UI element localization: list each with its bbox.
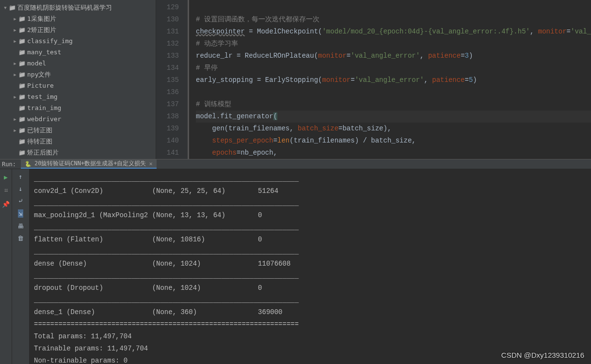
tree-item[interactable]: npy文件 — [0, 69, 156, 80]
folder-icon — [18, 38, 27, 45]
pin-icon[interactable]: 📌 — [2, 200, 10, 208]
chevron-right-icon[interactable] — [12, 128, 18, 133]
folder-icon — [18, 60, 27, 67]
down-icon[interactable]: ↓ — [19, 185, 23, 192]
python-icon — [25, 160, 32, 167]
folder-icon — [18, 16, 27, 22]
tree-item-label: classify_img — [27, 37, 73, 45]
tree-item-label: 1采集图片 — [27, 15, 56, 23]
chevron-right-icon[interactable] — [12, 95, 18, 99]
folder-icon — [18, 71, 27, 78]
run-tool-column-2: ↑ ↓ ⤶ ⇲ 🖶 🗑 — [12, 169, 29, 364]
tree-item[interactable]: 1采集图片 — [0, 13, 156, 24]
tree-item-label: 矫正后图片 — [27, 148, 59, 157]
tree-item-label: webdriver — [27, 115, 61, 123]
folder-icon — [9, 4, 17, 11]
folder-icon — [18, 149, 27, 156]
editor-gutter: 129130131132133134135136137138139140141 — [156, 0, 189, 159]
tree-item[interactable]: 已转正图 — [0, 125, 156, 136]
tree-item[interactable]: 待转正图 — [0, 136, 156, 147]
folder-icon — [18, 138, 27, 145]
chevron-right-icon[interactable] — [12, 72, 18, 77]
tree-item-label: test_img — [27, 93, 58, 100]
trash-icon[interactable]: 🗑 — [17, 235, 24, 242]
run-toolbar: Run: 20旋转验证码CNN+数据生成器+自定义损失 × — [0, 159, 591, 169]
run-tab[interactable]: 20旋转验证码CNN+数据生成器+自定义损失 × — [21, 159, 157, 169]
tree-item[interactable]: test_img — [0, 91, 156, 102]
tree-item[interactable]: model — [0, 58, 156, 69]
chevron-right-icon[interactable] — [12, 16, 18, 21]
chevron-right-icon[interactable] — [12, 117, 18, 122]
tree-item[interactable]: train_img — [0, 102, 156, 113]
debug-icon[interactable]: ⌗ — [2, 187, 10, 194]
close-icon[interactable]: × — [149, 160, 152, 167]
tree-item-label: 已转正图 — [27, 126, 52, 135]
tree-item[interactable]: 2矫正图片 — [0, 24, 156, 35]
tree-item[interactable]: classify_img — [0, 35, 156, 47]
chevron-right-icon[interactable] — [12, 28, 18, 32]
chevron-down-icon[interactable] — [2, 5, 9, 10]
watermark: CSDN @Dxy1239310216 — [501, 351, 584, 359]
tree-item-label: many_test — [27, 48, 61, 56]
folder-icon — [18, 127, 27, 134]
code-editor[interactable]: 129130131132133134135136137138139140141 … — [156, 0, 591, 159]
tree-item[interactable]: webdriver — [0, 113, 156, 125]
tree-item[interactable]: many_test — [0, 47, 156, 58]
project-tree[interactable]: 百度随机阴影旋转验证码机器学习 1采集图片2矫正图片classify_imgma… — [0, 0, 156, 159]
folder-icon — [18, 49, 27, 56]
tree-item-label: 2矫正图片 — [27, 26, 56, 34]
scroll-icon[interactable]: ⇲ — [18, 209, 24, 218]
folder-icon — [18, 116, 27, 123]
chevron-right-icon[interactable] — [12, 39, 18, 44]
folder-icon — [18, 27, 27, 33]
play-icon[interactable]: ▶ — [2, 173, 10, 181]
run-tool-column-left: ▶ ⌗ 📌 — [0, 169, 12, 364]
wrap-icon[interactable]: ⤶ — [18, 197, 23, 205]
tree-item-label: model — [27, 60, 46, 67]
folder-icon — [18, 94, 27, 100]
chevron-right-icon[interactable] — [12, 61, 18, 66]
tree-item-label: npy文件 — [27, 70, 51, 79]
up-icon[interactable]: ↑ — [19, 173, 23, 180]
tree-root-label: 百度随机阴影旋转验证码机器学习 — [17, 3, 112, 12]
tree-item-label: Picture — [27, 82, 54, 89]
run-label: Run: — [0, 161, 21, 168]
console-output[interactable]: ________________________________________… — [29, 169, 591, 364]
tree-root[interactable]: 百度随机阴影旋转验证码机器学习 — [0, 2, 156, 13]
tree-item-label: train_img — [27, 104, 61, 111]
editor-code[interactable]: # 设置回调函数，每一次迭代都保存一次checkpointer = ModelC… — [189, 0, 591, 159]
tree-item[interactable]: Picture — [0, 80, 156, 91]
folder-icon — [18, 105, 27, 111]
tree-item-label: 待转正图 — [27, 137, 52, 146]
folder-icon — [18, 82, 27, 89]
print-icon[interactable]: 🖶 — [17, 222, 24, 230]
tree-item[interactable]: 矫正后图片 — [0, 147, 156, 158]
run-tab-label: 20旋转验证码CNN+数据生成器+自定义损失 — [34, 159, 146, 168]
